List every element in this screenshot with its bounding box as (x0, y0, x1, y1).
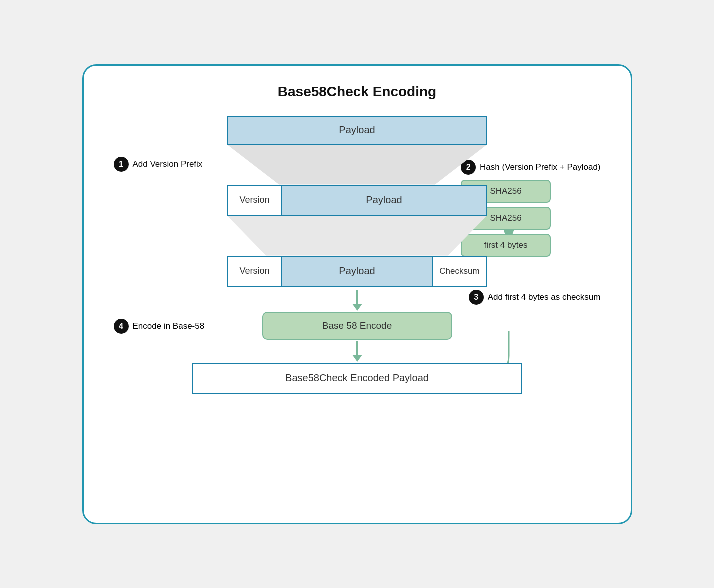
row2-box-wrapper: Version Payload Checksum (114, 256, 601, 287)
step3-label: 3 Add first 4 bytes as checksum (469, 290, 601, 305)
step3-text: Add first 4 bytes as checksum (488, 292, 601, 302)
step1-label-container: 1 Add Version Prefix (114, 157, 203, 172)
arrow-head-1 (352, 304, 362, 311)
row2-box: Version Payload Checksum (227, 256, 487, 287)
arrow-line-2 (356, 341, 358, 355)
top-payload-box: Payload (227, 116, 487, 145)
step2-text: Hash (Version Prefix + Payload) (480, 162, 600, 172)
base58-encode-area: 4 Encode in Base-58 Base 58 Encode (114, 312, 601, 340)
payload-cell-row2: Payload (282, 257, 432, 286)
arrow-line-1 (356, 290, 358, 304)
final-box-wrapper: Base58Check Encoded Payload (114, 363, 601, 394)
version-cell-row2: Version (228, 257, 282, 286)
main-area: Payload 1 Add Version Prefix Version (114, 116, 601, 394)
row1-box: Version Payload (227, 185, 487, 216)
step2-label: 2 Hash (Version Prefix + Payload) (461, 160, 600, 175)
arrow-to-final (114, 341, 601, 362)
top-payload-wrapper: Payload (114, 116, 601, 145)
funnel2 (114, 216, 601, 256)
version-cell-row1: Version (228, 186, 282, 215)
base58-encode-box: Base 58 Encode (262, 312, 452, 340)
final-output-box: Base58Check Encoded Payload (192, 363, 522, 394)
checksum-cell: Checksum (432, 257, 486, 286)
arrow-head-2 (352, 355, 362, 362)
step1-circle: 1 (114, 157, 129, 172)
step4-circle: 4 (114, 319, 129, 334)
step1-text: Add Version Prefix (133, 159, 203, 169)
payload-cell-row1: Payload (282, 186, 486, 215)
step4-label: 4 Encode in Base-58 (114, 319, 205, 334)
diagram-container: Base58Check Encoding Payload (82, 64, 632, 524)
arrow-down-2 (352, 341, 362, 362)
row2-area: Version Payload Checksum 3 Add first 4 b… (114, 256, 601, 287)
step3-circle: 3 (469, 290, 484, 305)
arrow-down-1 (352, 290, 362, 311)
step4-text: Encode in Base-58 (133, 321, 205, 331)
top-payload-label: Payload (339, 124, 375, 136)
row1-area: Version Payload 2 Hash (Version Prefix +… (114, 185, 601, 216)
diagram-title: Base58Check Encoding (114, 84, 601, 100)
